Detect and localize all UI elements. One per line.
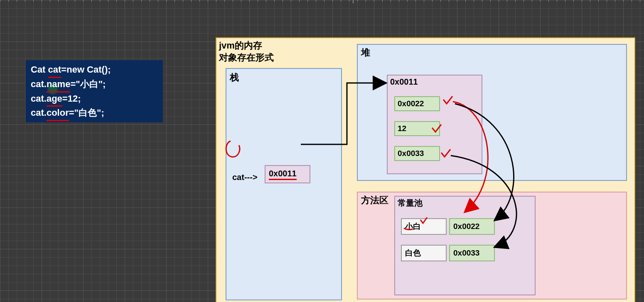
- stack-var-value-cell: 0x0011: [265, 165, 310, 183]
- constant-pool-row: 小白 0x0022: [401, 218, 495, 235]
- code-text-underlined: age: [47, 93, 62, 107]
- heap-object-address: 0x0011: [390, 77, 418, 87]
- constant-pool-row: 白色 0x0033: [401, 245, 495, 261]
- heap-object-box: 0x0011 0x0022 12 0x0033: [387, 75, 482, 174]
- code-line-3: cat.age=12;: [31, 93, 158, 107]
- heap-title: 堆: [361, 46, 370, 59]
- code-line-1: Cat cat=new Cat();: [31, 63, 158, 78]
- stack-var-name: cat--->: [232, 173, 258, 182]
- heap-field-color-addr: 0x0033: [394, 146, 440, 161]
- code-text: cat.: [31, 79, 47, 89]
- code-text: ="白色";: [69, 107, 104, 118]
- heap-field-age: 12: [394, 121, 440, 136]
- pool-addr-cell: 0x0022: [449, 218, 495, 235]
- heap-box: 堆 0x0011 0x0022 12 0x0033: [357, 44, 627, 181]
- code-text-underlined: name: [47, 78, 70, 93]
- code-line-2: cat.name="小白";: [31, 78, 158, 93]
- code-text-underlined: color: [47, 107, 69, 121]
- jvm-memory-panel: jvm的内存 对象存在形式 栈 cat---> 0x0011 堆 0x0011 …: [216, 37, 635, 302]
- panel-title: jvm的内存 对象存在形式: [219, 40, 274, 63]
- code-line-4: cat.color="白色";: [31, 107, 158, 121]
- constant-pool-title: 常量池: [398, 197, 423, 209]
- pool-value: 小白: [405, 221, 421, 232]
- method-area-box: 方法区 常量池 小白 0x0022 白色 0x0033: [357, 192, 627, 300]
- panel-title-line: 对象存在形式: [219, 52, 274, 64]
- code-text-underlined: cat: [48, 63, 61, 78]
- code-text: =new Cat();: [61, 64, 111, 75]
- heap-field-name-addr: 0x0022: [394, 96, 440, 111]
- pool-value-cell: 白色: [401, 245, 447, 261]
- code-text: =12;: [62, 93, 81, 104]
- stack-box: 栈 cat---> 0x0011: [226, 68, 342, 300]
- code-text: ="小白";: [70, 79, 106, 89]
- panel-title-line: jvm的内存: [219, 40, 274, 52]
- code-snippet: Cat cat=new Cat(); cat.name="小白"; cat.ag…: [26, 60, 163, 122]
- code-text: cat.: [31, 107, 47, 118]
- code-text: cat.: [31, 93, 47, 104]
- pool-addr-cell: 0x0033: [449, 245, 495, 261]
- code-text: Cat: [31, 64, 48, 75]
- method-area-title: 方法区: [361, 194, 388, 207]
- pool-value-cell: 小白: [401, 218, 447, 235]
- constant-pool-box: 常量池 小白 0x0022 白色 0x0033: [394, 196, 536, 295]
- ruler-top: [0, 0, 644, 2]
- stack-var-value: 0x0011: [269, 169, 297, 180]
- stack-title: 栈: [230, 71, 239, 84]
